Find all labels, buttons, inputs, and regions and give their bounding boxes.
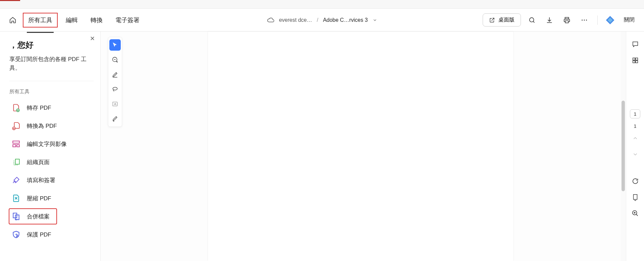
- draw-pen-icon[interactable]: [109, 113, 121, 124]
- svg-point-4: [584, 19, 585, 20]
- thumbnails-panel-icon[interactable]: [629, 54, 642, 67]
- breadcrumb-folder[interactable]: everest dce…: [279, 17, 312, 23]
- svg-rect-23: [633, 61, 635, 63]
- fill-sign-icon: [11, 175, 21, 185]
- svg-text:A: A: [114, 102, 116, 106]
- document-page[interactable]: [208, 32, 513, 261]
- avatar[interactable]: [604, 14, 616, 26]
- fit-page-icon[interactable]: [629, 191, 642, 204]
- svg-rect-10: [13, 141, 19, 143]
- tool-label: 轉存 PDF: [27, 104, 51, 112]
- scrollbar[interactable]: [621, 32, 626, 261]
- compress-pdf-icon: [11, 194, 21, 203]
- print-icon[interactable]: [560, 14, 573, 27]
- comments-panel-icon[interactable]: [629, 38, 642, 51]
- breadcrumb-separator: /: [317, 17, 318, 23]
- tool-organize-pages[interactable]: 組織頁面: [9, 155, 94, 169]
- open-desktop-button[interactable]: 桌面版: [483, 13, 521, 27]
- tool-list: 轉存 PDF 轉換為 PDF 編輯文字與影像 組織頁面: [9, 100, 94, 242]
- tool-label: 轉換為 PDF: [27, 122, 57, 130]
- chevron-down-icon[interactable]: [372, 18, 377, 22]
- close-button[interactable]: 關閉: [621, 14, 638, 25]
- cloud-icon: [267, 16, 274, 24]
- sidebar: ✕ ，您好 享受訂閱所包含的各種 PDF 工具。 所有工具 轉存 PDF 轉換為…: [0, 32, 101, 261]
- tool-label: 合併檔案: [27, 213, 50, 220]
- tool-combine-files[interactable]: 合併檔案: [9, 209, 56, 224]
- svg-point-16: [16, 236, 18, 237]
- protect-pdf-icon: [11, 230, 21, 239]
- svg-rect-13: [15, 159, 19, 164]
- svg-point-3: [582, 19, 583, 20]
- greeting-blurb: 享受訂閱所包含的各種 PDF 工具。: [9, 55, 94, 81]
- topbar: 所有工具 編輯 轉換 電子簽署 everest dce… / Adobe C…r…: [0, 9, 644, 32]
- zoom-in-icon[interactable]: [629, 207, 642, 220]
- svg-rect-22: [635, 58, 637, 60]
- scrollbar-thumb[interactable]: [622, 101, 625, 191]
- convert-to-pdf-icon: [11, 121, 21, 130]
- edit-text-images-icon: [11, 139, 21, 149]
- breadcrumb: everest dce… / Adobe C…rvices 3: [267, 16, 377, 24]
- rotate-icon[interactable]: [629, 174, 642, 188]
- page-up-icon[interactable]: [629, 132, 642, 145]
- select-tool-icon[interactable]: [109, 39, 121, 51]
- combine-files-icon: [11, 212, 21, 221]
- svg-rect-1: [565, 17, 569, 19]
- svg-rect-25: [633, 195, 637, 200]
- organize-pages-icon: [11, 157, 21, 167]
- svg-rect-21: [633, 58, 635, 60]
- tab-convert[interactable]: 轉換: [86, 13, 107, 27]
- svg-rect-14: [13, 213, 17, 218]
- svg-rect-2: [565, 20, 568, 22]
- right-rail: 1 1: [626, 32, 644, 261]
- tool-export-pdf[interactable]: 轉存 PDF: [9, 100, 94, 115]
- more-icon[interactable]: [578, 14, 591, 27]
- svg-rect-24: [635, 61, 637, 63]
- page-total: 1: [634, 123, 636, 129]
- export-pdf-icon: [11, 103, 21, 112]
- main: ✕ ，您好 享受訂閱所包含的各種 PDF 工具。 所有工具 轉存 PDF 轉換為…: [0, 32, 644, 261]
- tool-label: 填寫和簽署: [27, 176, 55, 184]
- home-icon[interactable]: [6, 13, 19, 27]
- svg-point-0: [530, 17, 534, 22]
- tool-label: 壓縮 PDF: [27, 195, 51, 202]
- tab-edit[interactable]: 編輯: [61, 13, 83, 27]
- tab-esign[interactable]: 電子簽署: [111, 13, 144, 27]
- page-current-badge[interactable]: 1: [630, 109, 640, 118]
- tool-compress-pdf[interactable]: 壓縮 PDF: [9, 191, 94, 206]
- tool-convert-to-pdf[interactable]: 轉換為 PDF: [9, 118, 94, 133]
- divider: [597, 15, 598, 25]
- lasso-icon[interactable]: [109, 84, 121, 95]
- highlight-pencil-icon[interactable]: [109, 69, 121, 80]
- external-link-icon: [489, 17, 495, 23]
- brand-sliver: [0, 0, 20, 1]
- tool-fill-sign[interactable]: 填寫和簽署: [9, 173, 94, 188]
- tool-protect-pdf[interactable]: 保護 PDF: [9, 227, 94, 242]
- search-icon[interactable]: [526, 14, 538, 27]
- breadcrumb-file[interactable]: Adobe C…rvices 3: [323, 17, 368, 23]
- svg-point-5: [586, 19, 587, 20]
- page-down-icon[interactable]: [629, 148, 642, 161]
- tool-label: 編輯文字與影像: [27, 140, 67, 148]
- section-title: 所有工具: [9, 89, 94, 95]
- text-box-icon[interactable]: A: [109, 98, 121, 110]
- browser-gap: [0, 0, 644, 9]
- tool-edit-text-images[interactable]: 編輯文字與影像: [9, 137, 94, 151]
- canvas-area: A: [101, 32, 626, 261]
- svg-rect-11: [13, 145, 16, 147]
- topbar-left: 所有工具 編輯 轉換 電子簽署: [6, 13, 144, 28]
- tab-all-tools[interactable]: 所有工具: [23, 13, 58, 28]
- comment-bubble-icon[interactable]: [109, 54, 121, 65]
- floating-toolbar: A: [108, 37, 122, 127]
- tool-label: 保護 PDF: [27, 231, 51, 239]
- svg-rect-12: [17, 145, 19, 147]
- topbar-right: 桌面版 關閉: [483, 13, 638, 27]
- tool-label: 組織頁面: [27, 158, 50, 166]
- close-icon[interactable]: ✕: [90, 35, 95, 42]
- greeting: ，您好: [9, 40, 94, 50]
- svg-point-18: [113, 87, 117, 90]
- download-icon[interactable]: [543, 14, 556, 27]
- open-desktop-label: 桌面版: [498, 16, 515, 23]
